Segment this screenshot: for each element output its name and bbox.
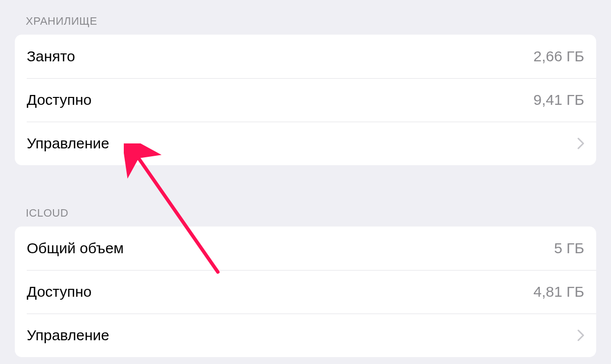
icloud-total-label: Общий объем <box>27 240 124 257</box>
section-spacer <box>15 165 596 192</box>
storage-manage-right <box>577 137 584 149</box>
icloud-manage-row[interactable]: Управление <box>15 314 596 357</box>
storage-manage-label: Управление <box>27 135 109 152</box>
chevron-right-icon <box>577 137 584 149</box>
storage-available-label: Доступно <box>27 91 92 108</box>
storage-available-value: 9,41 ГБ <box>533 91 584 108</box>
chevron-right-icon <box>577 329 584 341</box>
storage-section-header: Хранилище <box>15 0 596 35</box>
storage-used-value: 2,66 ГБ <box>533 48 584 65</box>
storage-available-row: Доступно 9,41 ГБ <box>15 78 596 122</box>
icloud-manage-right <box>577 329 584 341</box>
icloud-group: Общий объем 5 ГБ Доступно 4,81 ГБ Управл… <box>15 227 596 357</box>
storage-used-row: Занято 2,66 ГБ <box>15 35 596 78</box>
icloud-total-row: Общий объем 5 ГБ <box>15 227 596 270</box>
icloud-available-value: 4,81 ГБ <box>533 283 584 300</box>
icloud-section-header: iCloud <box>15 192 596 227</box>
icloud-available-row: Доступно 4,81 ГБ <box>15 270 596 314</box>
icloud-available-label: Доступно <box>27 283 92 300</box>
settings-container: Хранилище Занято 2,66 ГБ Доступно 9,41 Г… <box>0 0 611 357</box>
icloud-total-value: 5 ГБ <box>554 240 584 257</box>
storage-group: Занято 2,66 ГБ Доступно 9,41 ГБ Управлен… <box>15 35 596 165</box>
storage-used-label: Занято <box>27 48 75 65</box>
icloud-manage-label: Управление <box>27 327 109 344</box>
storage-manage-row[interactable]: Управление <box>15 122 596 165</box>
